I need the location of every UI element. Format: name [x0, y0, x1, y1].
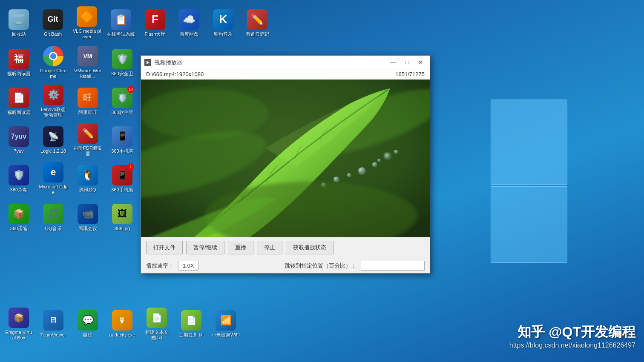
desktop-icon-recycle[interactable]: 🗑️ 回收站 [2, 4, 35, 42]
desktop-icon-jpg888[interactable]: 🖼 888.jpg [106, 199, 139, 236]
desktop: 🗑️ 回收站 Git Git Bash 🔶 VLC media player 📋… [0, 0, 644, 362]
desktop-icon-enigma[interactable]: 📦 Enigma Virtual Box [2, 305, 35, 343]
desktop-icon-aliw[interactable]: 旺 阿里旺旺 [71, 83, 104, 120]
vmware-icon: VM [78, 46, 98, 66]
replay-button[interactable]: 重播 [228, 241, 253, 254]
360kill-label: 360杀毒 [10, 187, 27, 193]
chrome-label: Google Chrome [39, 68, 68, 79]
window-controls: — □ ✕ [387, 58, 426, 67]
desktop-icon-exam[interactable]: 📋 在线考试系统 [104, 4, 138, 42]
branding-title: 知乎 @QT开发编程 [509, 323, 635, 342]
desktop-icon-qq[interactable]: 🐧 腾讯QQ [71, 160, 104, 197]
desktop-icon-youdao[interactable]: ✏️ 有道云笔记 [241, 4, 274, 42]
qqmusic-icon: 🎵 [43, 204, 63, 224]
video-player-window: 视频播放器 — □ ✕ D:\666.mp4:1920x1080 1651/71… [141, 55, 430, 274]
msedge-label: Microsoft Edge [39, 184, 68, 195]
svg-point-9 [334, 177, 339, 182]
desktop-icon-fujpdf2[interactable]: 📄 福昕阅读器 [2, 83, 35, 120]
vlc-label: VLC media player [72, 29, 101, 40]
360mobil2-icon: 📱1 [112, 165, 132, 185]
desktop-icon-360safe[interactable]: 🛡️ 360安全卫 [106, 44, 139, 81]
desktop-icon-vmware[interactable]: VM VMware Workstati... [71, 44, 104, 81]
360mgr-icon: 🛡️14 [112, 88, 132, 108]
maximize-button[interactable]: □ [401, 58, 413, 67]
fujpdf3-label: 福昕PDF编辑器 [73, 145, 102, 157]
open-file-button[interactable]: 打开文件 [146, 241, 183, 254]
kugou-label: 酷狗音乐 [214, 31, 233, 37]
audacity-icon: 🎙 [112, 310, 132, 331]
recycle-icon: 🗑️ [9, 9, 29, 30]
desktop-icon-fujpdf[interactable]: 福 福昕阅读器 [2, 44, 35, 81]
video-area[interactable] [141, 80, 430, 237]
jump-input[interactable] [361, 261, 425, 271]
window-titlebar: 视频播放器 — □ ✕ [141, 56, 430, 69]
file-info: D:\666.mp4:1920x1080 [146, 71, 204, 77]
branding-url: https://blog.csdn.net/xiaolong1126626497 [509, 342, 635, 349]
svg-point-12 [377, 159, 381, 162]
desktop-icon-vlc[interactable]: 🔶 VLC media player [70, 4, 104, 42]
teamview-icon: 🖥 [43, 310, 63, 331]
right-decoration [491, 100, 567, 263]
desktop-icon-gitbash[interactable]: Git Git Bash [36, 4, 69, 42]
desktop-icon-qqmusic[interactable]: 🎵 QQ音乐 [37, 199, 70, 236]
svg-point-11 [394, 150, 398, 154]
desktop-icon-lenovo[interactable]: ⚙️ Lenovo联想驱动管理 [37, 83, 70, 120]
close-button[interactable]: ✕ [414, 58, 426, 67]
desktop-icon-7yuv[interactable]: 7yuv 7yuv [2, 121, 35, 159]
wechat-label: 微信 [83, 332, 92, 338]
youdao-label: 有道云笔记 [246, 31, 269, 37]
svg-point-14 [141, 88, 268, 139]
enigma-label: Enigma Virtual Box [4, 330, 33, 341]
txt2-label: 近期任务.txt [179, 332, 204, 338]
desktop-icon-360mobil2[interactable]: 📱1 360手机助 [106, 160, 139, 197]
360mgr-label: 360软件管 [111, 110, 133, 115]
360zip-icon: 📦 [9, 204, 29, 224]
360zip-label: 360压缩 [10, 226, 27, 231]
wifi-icon: 📶 [216, 310, 236, 331]
svg-point-6 [372, 162, 377, 167]
exam-icon: 📋 [111, 9, 131, 30]
desktop-icon-360zip[interactable]: 📦 360压缩 [2, 199, 35, 236]
desktop-icon-tencent[interactable]: 📹 腾讯会议 [71, 199, 104, 236]
fujpdf2-icon: 📄 [9, 88, 29, 108]
360safe-icon: 🛡️ [112, 49, 132, 69]
fujpdf3-icon: ✏️ [78, 123, 98, 144]
desktop-icon-chrome[interactable]: Google Chrome [37, 44, 70, 81]
stop-button[interactable]: 停止 [257, 241, 282, 254]
desktop-icon-360mgr[interactable]: 🛡️14 360软件管 [106, 83, 139, 120]
recycle-label: 回收站 [12, 31, 26, 37]
txt1-label: 新建文本文档.txt [142, 330, 171, 341]
qqmusic-label: QQ音乐 [45, 226, 61, 231]
desktop-icon-360mobile[interactable]: 📱 360手机演 [106, 121, 139, 159]
aliw-label: 阿里旺旺 [78, 110, 97, 115]
desktop-icon-txt1[interactable]: 📄 新建文本文档.txt [140, 305, 173, 343]
fujpdf2-label: 福昕阅读器 [7, 110, 31, 115]
desktop-icon-baidu[interactable]: ☁️ 百度网盘 [172, 4, 206, 42]
controls-bar: 打开文件 暂停/继续 重播 停止 获取播放状态 [141, 237, 430, 258]
desktop-icon-fujpdf3[interactable]: ✏️ 福昕PDF编辑器 [71, 121, 104, 159]
get-status-button[interactable]: 获取播放状态 [286, 241, 334, 254]
desktop-icon-audacity[interactable]: 🎙 audacity.exe [106, 305, 139, 343]
youdao-icon: ✏️ [247, 9, 267, 30]
logic-icon: 📡 [43, 126, 63, 147]
jpg888-icon: 🖼 [112, 204, 132, 224]
desktop-icon-logic[interactable]: 📡 Logic 1.2.18 [37, 121, 70, 159]
desktop-icon-msedge[interactable]: e Microsoft Edge [37, 160, 70, 197]
360mobile-label: 360手机演 [111, 148, 133, 154]
desktop-icon-teamview[interactable]: 🖥 TeamViewer [37, 305, 70, 343]
desktop-icon-txt2[interactable]: 📄 近期任务.txt [175, 305, 208, 343]
desktop-icon-wechat[interactable]: 💬 微信 [71, 305, 104, 343]
vmware-label: VMware Workstati... [73, 68, 102, 79]
desktop-icon-360kill[interactable]: 🛡️ 360杀毒 [2, 160, 35, 197]
desktop-icon-wifi[interactable]: 📶 小米随身WiFi [209, 305, 242, 343]
frame-info: 1651/71275 [395, 71, 425, 77]
svg-point-5 [384, 153, 391, 160]
fujpdf-icon: 福 [9, 49, 29, 69]
desktop-icon-kugou[interactable]: K 酷狗音乐 [207, 4, 240, 42]
desktop-icon-flash[interactable]: F Flash大厅 [138, 4, 172, 42]
360mobile-icon: 📱 [112, 126, 132, 147]
pause-resume-button[interactable]: 暂停/继续 [186, 241, 224, 254]
msedge-icon: e [43, 162, 63, 182]
minimize-button[interactable]: — [387, 58, 399, 67]
svg-point-8 [347, 173, 351, 177]
